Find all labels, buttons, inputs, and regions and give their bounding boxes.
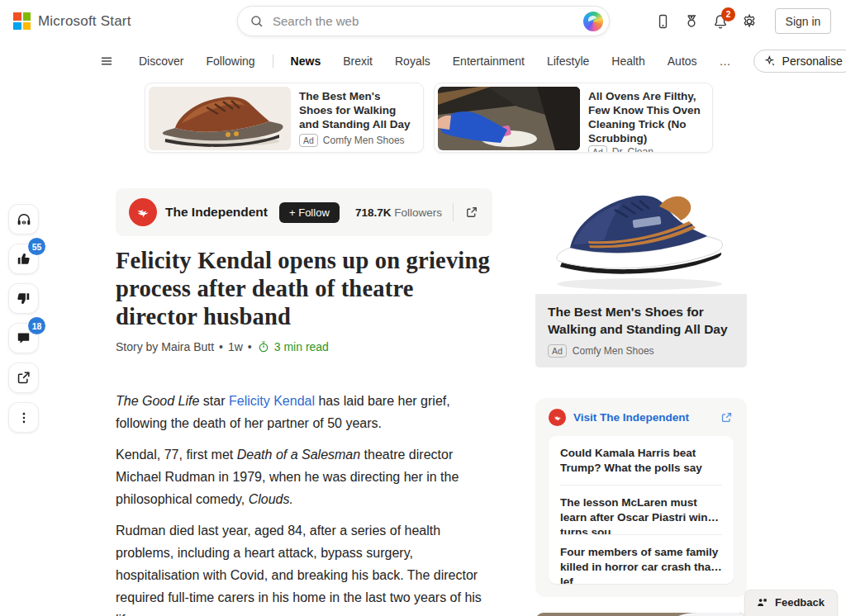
follow-button[interactable]: + Follow [279,202,340,223]
visit-publisher-panel: Visit The Independent Could Kamala Harri… [535,398,747,597]
rewards-icon[interactable] [682,10,701,33]
mobile-app-icon[interactable] [653,10,673,33]
right-rail: The Best Men's Shoes for Walking and Sta… [535,182,747,616]
ad-card-shoes[interactable]: The Best Men's Shoes for Walking and Sta… [145,83,424,153]
like-button[interactable]: 55 [8,244,39,274]
engagement-rail: 55 18 [8,204,39,433]
share-button[interactable] [8,362,39,393]
ad-source: Comfy Men Shoes [573,345,654,357]
nav-divider [273,54,273,68]
nav-item-autos[interactable]: Autos [668,54,697,68]
search-bar[interactable] [237,6,610,36]
sidebar-ad-caption: The Best Men's Shoes for Walking and Sta… [535,294,747,367]
microsoft-logo-icon [13,12,31,30]
ad-source: Comfy Men Shoes [323,135,405,146]
thumbs-down-icon [16,291,31,306]
ad-label: Ad [588,145,607,153]
comment-count-badge: 18 [28,317,45,334]
nav-item-following[interactable]: Following [206,54,254,68]
nav-item-news[interactable]: News [291,54,321,68]
followers-count: 718.7K Followers [355,206,442,219]
publisher-name[interactable]: The Independent [165,205,268,220]
sidebar-ad-title: The Best Men's Shoes for Walking and Sta… [548,303,734,338]
feedback-button[interactable]: Feedback [744,590,838,616]
sidebar-ad-card[interactable]: The Best Men's Shoes for Walking and Sta… [535,182,747,367]
notifications-bell-icon[interactable]: 2 [711,10,730,33]
top-ads-row: The Best Men's Shoes for Walking and Sta… [145,83,713,153]
ad-title: All Ovens Are Filthy, Few Know This Oven… [588,89,704,145]
ad-image-shoe [149,87,291,150]
paragraph: Rudman died last year, aged 84, after a … [116,519,492,616]
thumbs-up-icon [16,251,31,267]
personalise-sparkle-icon [763,54,777,68]
copilot-icon[interactable] [583,12,603,31]
header-actions: 2 Sign in [653,8,831,34]
headphones-icon [16,211,32,228]
ad-label: Ad [299,134,318,147]
sign-in-button[interactable]: Sign in [775,8,831,34]
article-body: The Good Life star Felicity Kendal has l… [116,390,492,616]
app-name: Microsoft Start [38,13,131,30]
page: Microsoft Start 2 Sign in [0,0,846,616]
listen-button[interactable] [8,204,39,235]
settings-gear-icon[interactable] [739,10,759,33]
publisher-card: The Independent + Follow 718.7K Follower… [116,188,492,236]
sidebar-ad-image-sneaker [535,182,747,294]
search-input[interactable] [273,14,583,28]
paragraph: Kendal, 77, first met Death of a Salesma… [116,443,492,510]
search-icon [250,14,264,29]
notification-count-badge: 2 [721,7,735,21]
dislike-button[interactable] [8,283,39,314]
ad-source: Dr. Clean [612,146,654,153]
nav-item-brexit[interactable]: Brexit [343,54,373,68]
ad-image-oven [438,87,580,150]
related-headlines-card: Could Kamala Harris beat Trump? What the… [549,436,734,584]
nav-item-entertainment[interactable]: Entertainment [453,54,525,68]
nav-item-health[interactable]: Health [611,54,644,68]
divider [453,203,454,221]
article-age: 1w [228,340,243,353]
related-headline[interactable]: Four members of same family killed in ho… [560,535,722,584]
visit-panel-title[interactable]: Visit The Independent [573,411,689,424]
read-time: 3 min read [257,340,329,353]
article-title: Felicity Kendal opens up on grieving pro… [116,247,492,331]
like-count-badge: 55 [28,238,45,255]
comment-icon [16,330,31,346]
byline-author: Story by Maira Butt [116,340,214,353]
microsoft-start-logo[interactable]: Microsoft Start [13,12,131,30]
menu-hamburger-icon[interactable] [97,50,116,73]
related-headline[interactable]: Could Kamala Harris beat Trump? What the… [560,436,722,486]
ad-title: The Best Men's Shoes for Walking and Sta… [299,89,415,131]
open-external-icon[interactable] [464,205,479,220]
ad-label: Ad [548,344,567,358]
nav-item-lifestyle[interactable]: Lifestyle [547,54,589,68]
feedback-person-icon [756,596,768,609]
next-sidebar-card [535,613,747,616]
independent-logo-icon[interactable] [129,198,157,226]
article-main: The Independent + Follow 718.7K Follower… [116,188,492,616]
independent-logo-icon [549,409,566,426]
stopwatch-icon [257,340,270,353]
open-external-icon[interactable] [720,410,734,424]
share-icon [16,370,31,386]
related-headline[interactable]: The lesson McLaren must learn after Osca… [560,486,722,535]
nav-more-ellipsis[interactable]: … [720,54,731,68]
ad-card-oven[interactable]: All Ovens Are Filthy, Few Know This Oven… [434,83,713,153]
comments-button[interactable]: 18 [8,323,39,353]
nav-item-discover[interactable]: Discover [139,54,183,68]
ellipsis-vertical-icon [17,410,31,425]
top-bar: Microsoft Start 2 Sign in [0,0,846,46]
category-nav: Discover Following News Brexit Royals En… [97,48,846,74]
personalise-button[interactable]: Personalise [753,50,846,73]
nav-item-royals[interactable]: Royals [395,54,430,68]
article-byline: Story by Maira Butt • 1w • 3 min read [116,340,492,353]
paragraph: The Good Life star Felicity Kendal has l… [116,390,492,434]
more-options-button[interactable] [8,402,39,433]
